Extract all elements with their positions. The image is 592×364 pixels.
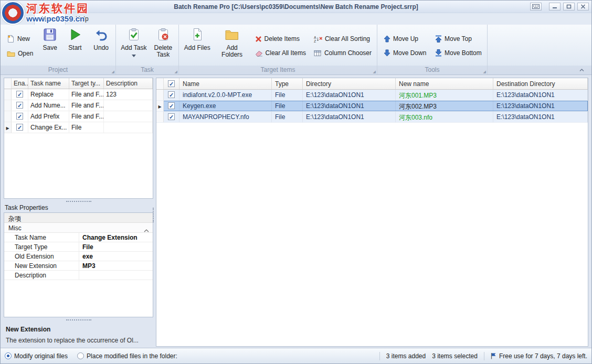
target-row[interactable]: ▶ Keygen.exe File E:\123\dataON1ON1 河东00… [156, 101, 588, 112]
move-top-button[interactable]: Move Top [432, 34, 485, 44]
add-files-icon [191, 28, 204, 43]
minimize-button[interactable] [549, 3, 561, 10]
horizontal-splitter[interactable] [4, 199, 153, 204]
select-all-checkbox[interactable] [168, 80, 175, 87]
task-enabled-checkbox[interactable] [16, 91, 23, 98]
statusbar-separator [379, 352, 380, 360]
add-files-button-label: Add Files [184, 45, 210, 51]
clear-sorting-icon: AZ [314, 35, 322, 42]
horizontal-splitter[interactable] [4, 317, 153, 322]
dialog-launcher-icon[interactable]: ◢ [483, 70, 486, 74]
cell-directory: E:\123\dataON1ON1 [303, 90, 396, 100]
place-modified-option[interactable]: Place modified files in the folder: [77, 352, 177, 360]
move-down-button[interactable]: Move Down [380, 48, 430, 58]
column-header-type[interactable]: Type [272, 78, 303, 89]
property-row[interactable]: Target Type File [4, 242, 153, 252]
group-label-task: Task ◢ [116, 66, 178, 74]
flag-icon [491, 352, 496, 359]
cell-target-type: File [69, 122, 104, 133]
close-icon [580, 4, 586, 9]
column-header-enabled[interactable]: Ena... [12, 78, 28, 89]
property-row[interactable]: Task Name Change Extension [4, 233, 153, 242]
column-header-description[interactable]: Description [104, 78, 153, 89]
property-group-misc[interactable]: Misc [4, 223, 153, 233]
task-row[interactable]: Add Prefix File and F... [4, 111, 153, 122]
property-value[interactable] [79, 271, 153, 280]
task-enabled-checkbox[interactable] [16, 124, 23, 131]
new-button[interactable]: New [4, 34, 37, 44]
column-header-task-name[interactable]: Task name [28, 78, 69, 89]
radio-selected-icon[interactable] [5, 352, 12, 359]
tab-help[interactable]: Help [69, 14, 96, 25]
target-row[interactable]: indiafont.v2.0.0-MPT.exe File E:\123\dat… [156, 90, 588, 101]
move-bottom-button[interactable]: Move Bottom [432, 48, 485, 58]
start-button[interactable]: Start [63, 26, 88, 66]
statusbar-separator [484, 352, 484, 360]
help-title: New Extension [6, 326, 151, 333]
property-row[interactable]: New Extension MP3 [4, 261, 153, 271]
open-button[interactable]: Open [4, 49, 37, 58]
cell-target-type: File and F... [69, 89, 104, 100]
property-row[interactable]: Description [4, 271, 153, 280]
add-task-button[interactable]: Add Task [119, 26, 149, 66]
column-header-directory[interactable]: Directory [303, 78, 396, 89]
task-enabled-checkbox[interactable] [16, 113, 23, 120]
move-down-icon [384, 49, 390, 57]
new-button-label: New [17, 35, 30, 42]
add-folders-button[interactable]: Add Folders [214, 26, 250, 66]
task-row[interactable]: ▶ Change Ex... File [4, 122, 153, 133]
cell-directory: E:\123\dataON1ON1 [303, 101, 396, 111]
clear-all-items-button[interactable]: Clear All Items [252, 48, 309, 58]
clear-all-sorting-button[interactable]: AZ Clear All Sorting [311, 34, 375, 44]
add-files-button[interactable]: Add Files [182, 26, 213, 66]
collapse-chevron-icon[interactable] [144, 227, 149, 234]
touch-mode-button[interactable] [530, 3, 542, 10]
dialog-launcher-icon[interactable]: ◢ [373, 70, 376, 74]
item-checkbox[interactable] [168, 102, 175, 109]
column-header-new-name[interactable]: New name [396, 78, 493, 89]
close-button[interactable] [577, 3, 589, 10]
radio-unselected-icon[interactable] [77, 352, 84, 359]
property-category[interactable]: 杂项 [4, 213, 153, 223]
eraser-icon [255, 50, 263, 57]
cell-target-type: File and F... [69, 100, 104, 111]
column-header-destination-directory[interactable]: Destination Directory [493, 78, 588, 89]
ribbon-tabbar: Home Help [1, 13, 591, 25]
dialog-launcher-icon[interactable]: ◢ [175, 70, 177, 74]
cell-type: File [272, 112, 303, 122]
tab-home[interactable]: Home [34, 13, 66, 25]
item-checkbox[interactable] [168, 91, 175, 98]
ribbon-collapse-button[interactable] [577, 67, 586, 73]
maximize-button[interactable] [563, 3, 575, 10]
dialog-launcher-icon[interactable]: ◢ [112, 70, 114, 74]
delete-task-icon [156, 28, 170, 43]
titlebar: Batch Rename Pro [C:\Users\pc0359\Docume… [1, 1, 591, 13]
column-header-name[interactable]: Name [179, 78, 272, 89]
item-checkbox[interactable] [168, 113, 175, 120]
undo-button[interactable]: Undo [89, 26, 113, 66]
window-controls [530, 3, 589, 10]
property-name: Task Name [4, 233, 79, 242]
vertical-splitter[interactable] [153, 208, 154, 222]
property-value[interactable]: File [79, 242, 153, 251]
cell-task-name: Add Prefix [28, 111, 69, 122]
delete-task-button[interactable]: Delete Task [150, 26, 176, 66]
column-chooser-button[interactable]: Column Chooser [311, 48, 375, 58]
move-up-button[interactable]: Move Up [380, 34, 430, 44]
task-row[interactable]: Replace File and F... 123 [4, 89, 153, 100]
target-row[interactable]: MAYANPROPHECY.nfo File E:\123\dataON1ON1… [156, 112, 588, 123]
task-row[interactable]: Add Nume... File and F... [4, 100, 153, 111]
property-value[interactable]: Change Extension [79, 233, 153, 242]
cell-destination: E:\123\dataON1ON1 [493, 90, 588, 100]
trial-text: Free use for 7 days, 7 days left. [499, 352, 587, 360]
ribbon-group-task: Add Task Delete Task Task ◢ [116, 25, 179, 74]
task-enabled-checkbox[interactable] [16, 102, 23, 109]
property-value[interactable]: exe [79, 252, 153, 261]
property-value[interactable]: MP3 [79, 261, 153, 270]
modify-original-option[interactable]: Modify original files [5, 352, 68, 360]
property-row[interactable]: Old Extension exe [4, 252, 153, 261]
statusbar-right: 3 items added 3 items selected Free use … [379, 352, 587, 360]
delete-items-button[interactable]: Delete Items [252, 34, 309, 44]
save-button[interactable]: Save [39, 26, 61, 66]
column-header-target-type[interactable]: Target ty... [69, 78, 104, 89]
